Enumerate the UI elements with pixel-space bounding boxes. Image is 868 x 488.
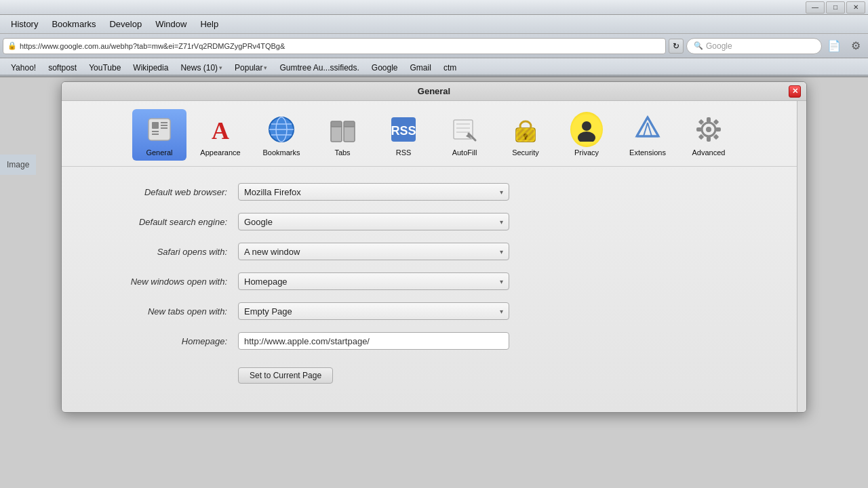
- default-browser-control: Mozilla Firefox ▾: [238, 183, 509, 201]
- pref-tab-security[interactable]: Security: [498, 109, 553, 161]
- bookmarks-label: Bookmarks: [262, 148, 300, 157]
- new-windows-control: Homepage ▾: [238, 272, 509, 290]
- svg-rect-3: [152, 134, 159, 135]
- set-to-current-page-button[interactable]: Set to Current Page: [238, 367, 333, 384]
- default-search-arrow: ▾: [500, 218, 503, 226]
- menu-window[interactable]: Window: [150, 18, 192, 30]
- menu-history[interactable]: History: [5, 18, 43, 30]
- settings-icon[interactable]: ⚙: [846, 37, 865, 56]
- pref-toolbar: General A Appearance: [62, 101, 806, 167]
- pref-tab-general[interactable]: General: [132, 109, 186, 161]
- new-tabs-select[interactable]: Empty Page ▾: [238, 302, 509, 320]
- address-bar-area: 🔒 https://www.google.com.au/webhp?tab=mw…: [0, 34, 868, 58]
- svg-rect-15: [331, 121, 342, 127]
- new-tabs-arrow: ▾: [500, 308, 503, 315]
- dialog-close-button[interactable]: ✕: [789, 85, 801, 98]
- maximize-btn[interactable]: □: [826, 1, 845, 14]
- pref-tab-appearance[interactable]: A Appearance: [193, 109, 248, 161]
- homepage-value: http://www.apple.com/startpage/: [244, 336, 370, 346]
- homepage-control: http://www.apple.com/startpage/: [238, 332, 509, 350]
- new-windows-row: New windows open with: Homepage ▾: [89, 272, 779, 290]
- safari-opens-control: A new window ▾: [238, 243, 509, 260]
- pref-tab-advanced[interactable]: Advanced: [682, 109, 736, 161]
- pref-tab-privacy[interactable]: Privacy: [559, 109, 614, 161]
- svg-rect-4: [161, 122, 167, 123]
- svg-rect-16: [344, 125, 355, 142]
- news-dropdown-arrow: ▾: [219, 64, 222, 71]
- homepage-label: Homepage:: [89, 336, 238, 346]
- bookmark-popular[interactable]: Popular ▾: [229, 62, 273, 74]
- default-browser-label: Default web browser:: [89, 187, 238, 197]
- menu-help[interactable]: Help: [195, 18, 224, 30]
- bookmark-gumtree[interactable]: Gumtree Au...ssifieds.: [274, 62, 364, 74]
- new-tabs-label: New tabs open with:: [89, 306, 238, 317]
- security-label: Security: [512, 148, 539, 157]
- new-windows-arrow: ▾: [500, 278, 503, 285]
- svg-rect-1: [152, 122, 159, 129]
- default-search-row: Default search engine: Google ▾: [89, 213, 779, 230]
- new-windows-select[interactable]: Homepage ▾: [238, 272, 509, 290]
- pref-tab-tabs[interactable]: Tabs: [315, 109, 370, 161]
- svg-rect-43: [707, 117, 711, 123]
- new-windows-value: Homepage: [244, 277, 288, 287]
- homepage-row: Homepage: http://www.apple.com/startpage…: [89, 332, 779, 350]
- homepage-input[interactable]: http://www.apple.com/startpage/: [238, 332, 509, 350]
- dialog-overlay: General ✕ General: [0, 75, 868, 488]
- bookmark-yahoo[interactable]: Yahoo!: [5, 62, 41, 74]
- default-search-select[interactable]: Google ▾: [238, 213, 509, 230]
- new-tab-icon[interactable]: 📄: [825, 37, 844, 56]
- pref-tab-bookmarks[interactable]: Bookmarks: [254, 109, 309, 161]
- safari-opens-arrow: ▾: [500, 248, 503, 256]
- svg-rect-5: [161, 125, 167, 126]
- safari-opens-select[interactable]: A new window ▾: [238, 243, 509, 260]
- title-bar: — □ ✕: [0, 0, 868, 15]
- general-label: General: [146, 148, 172, 157]
- dialog-form-content: Default web browser: Mozilla Firefox ▾ D…: [62, 167, 806, 412]
- bookmark-wikipedia[interactable]: Wikipedia: [127, 62, 174, 74]
- pref-tab-autofill[interactable]: AutoFill: [437, 109, 492, 161]
- popular-dropdown-arrow: ▾: [264, 64, 267, 71]
- svg-rect-31: [516, 128, 535, 142]
- set-page-row: Set to Current Page: [89, 362, 779, 384]
- address-field[interactable]: 🔒 https://www.google.com.au/webhp?tab=mw…: [3, 38, 666, 54]
- reload-button[interactable]: ↻: [669, 39, 684, 54]
- menu-develop[interactable]: Develop: [104, 18, 147, 30]
- appearance-label: Appearance: [200, 148, 240, 157]
- svg-rect-17: [344, 121, 355, 127]
- pref-tab-rss[interactable]: RSS RSS: [376, 109, 431, 161]
- svg-text:A: A: [212, 117, 229, 144]
- default-browser-select[interactable]: Mozilla Firefox ▾: [238, 183, 509, 201]
- advanced-label: Advanced: [692, 148, 726, 157]
- default-browser-row: Default web browser: Mozilla Firefox ▾: [89, 183, 779, 201]
- appearance-icon: A: [204, 113, 237, 146]
- safari-opens-value: A new window: [244, 247, 300, 257]
- bookmark-news[interactable]: News (10) ▾: [175, 62, 228, 74]
- bookmark-gmail[interactable]: Gmail: [405, 62, 437, 74]
- extensions-icon: [631, 113, 664, 146]
- svg-rect-0: [149, 119, 170, 140]
- svg-rect-44: [707, 136, 711, 142]
- bookmark-youtube[interactable]: YouTube: [83, 62, 126, 74]
- bookmark-ctm[interactable]: ctm: [438, 62, 462, 74]
- new-tabs-value: Empty Page: [244, 306, 292, 317]
- privacy-icon: [570, 113, 603, 146]
- menu-bookmarks[interactable]: Bookmarks: [46, 18, 101, 30]
- pref-tab-extensions[interactable]: Extensions: [620, 109, 675, 161]
- bookmark-google[interactable]: Google: [366, 62, 403, 74]
- search-field[interactable]: 🔍 Google: [686, 38, 822, 54]
- default-browser-value: Mozilla Firefox: [244, 187, 301, 197]
- minimize-btn[interactable]: —: [806, 1, 825, 14]
- close-btn[interactable]: ✕: [846, 1, 865, 14]
- search-placeholder: Google: [706, 41, 732, 51]
- search-icon: 🔍: [694, 41, 703, 50]
- tabs-icon: [326, 113, 359, 146]
- new-windows-label: New windows open with:: [89, 277, 238, 287]
- default-search-label: Default search engine:: [89, 217, 238, 227]
- svg-rect-46: [715, 127, 721, 131]
- safari-opens-label: Safari opens with:: [89, 247, 238, 257]
- preferences-dialog: General ✕ General: [61, 81, 807, 413]
- default-search-value: Google: [244, 217, 273, 227]
- bookmark-softpost[interactable]: softpost: [43, 62, 82, 74]
- dialog-scrollbar[interactable]: [797, 101, 806, 412]
- svg-marker-35: [637, 117, 658, 136]
